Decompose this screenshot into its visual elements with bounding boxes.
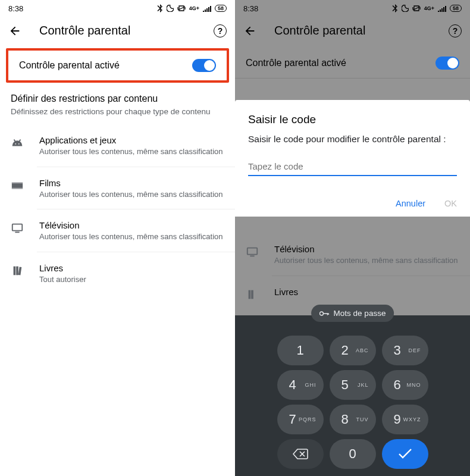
svg-rect-10 (249, 290, 251, 299)
books-icon (11, 264, 25, 278)
list-item-tv[interactable]: Télévision Autoriser tous les contenus, … (0, 209, 235, 252)
svg-rect-6 (14, 267, 16, 275)
page-title: Contrôle parental (39, 24, 214, 37)
svg-rect-5 (12, 224, 23, 231)
key-9[interactable]: 9WXYZ (382, 405, 428, 434)
pin-dialog: Saisir le code Saisir le code pour modif… (235, 100, 470, 217)
item-title: Télévision (274, 244, 458, 254)
key-5[interactable]: 5JKL (330, 370, 376, 400)
status-time: 8:38 (8, 4, 23, 13)
back-icon[interactable] (243, 24, 260, 37)
signal-bars-icon (203, 5, 211, 12)
screen-parental-controls: 8:38 4G+ 58 Contrôle parental ? Cont (0, 0, 235, 476)
android-icon (11, 136, 25, 151)
svg-point-1 (18, 143, 20, 145)
toggle-label: Contrôle parental activé (19, 60, 120, 71)
page-title: Contrôle parental (274, 24, 449, 37)
section-sub: Définissez des restrictions pour chaque … (11, 107, 224, 117)
svg-rect-8 (18, 267, 22, 275)
toggle-label: Contrôle parental activé (246, 58, 346, 68)
key-icon (319, 311, 329, 317)
tv-icon (11, 221, 25, 236)
tv-icon (246, 245, 260, 259)
vibrate-icon (177, 5, 186, 12)
key-2[interactable]: 2ABC (330, 336, 376, 365)
svg-rect-4 (12, 187, 23, 189)
toggle-switch[interactable] (435, 57, 459, 70)
dialog-message: Saisir le code pour modifier le contrôle… (248, 133, 457, 146)
status-bar: 8:38 4G+ 58 (0, 0, 235, 15)
vibrate-icon (412, 5, 421, 12)
item-title: Télévision (39, 220, 223, 230)
titlebar: Contrôle parental ? (235, 15, 470, 48)
key-backspace[interactable] (277, 439, 324, 469)
list-item-books[interactable]: Livres Tout autoriser (0, 252, 235, 295)
item-sub: Autoriser tous les contenus, même sans c… (39, 189, 223, 200)
toggle-switch[interactable] (192, 59, 216, 72)
svg-rect-7 (16, 267, 18, 275)
item-sub: Tout autoriser (39, 274, 86, 285)
item-title: Films (39, 178, 223, 188)
item-title: Applications et jeux (39, 135, 223, 145)
help-icon[interactable]: ? (449, 24, 462, 37)
signal-4g-icon: 4G+ (424, 5, 434, 11)
status-right-icons: 4G+ 58 (157, 4, 227, 12)
toggle-row[interactable]: Contrôle parental activé (8, 51, 227, 80)
item-sub: Autoriser tous les contenus, même sans c… (39, 146, 223, 157)
svg-point-12 (319, 312, 323, 315)
password-chip[interactable]: Mots de passe (311, 305, 394, 322)
dialog-actions: Annuler OK (248, 199, 457, 208)
status-time: 8:38 (243, 4, 258, 13)
svg-point-0 (15, 143, 16, 145)
moon-icon (402, 5, 409, 12)
battery-icon: 58 (215, 5, 227, 12)
screen-enter-pin: 8:38 4G+ 58 Contrôle parental ? Contrôle… (235, 0, 470, 476)
ok-button[interactable]: OK (444, 199, 457, 208)
status-right-icons: 4G+ 58 (392, 4, 462, 12)
titlebar: Contrôle parental ? (0, 15, 235, 48)
key-7[interactable]: 7PQRS (277, 405, 324, 434)
cancel-button[interactable]: Annuler (396, 199, 425, 208)
key-8[interactable]: 8TUV (330, 405, 376, 434)
key-0[interactable]: 0 (330, 439, 376, 469)
dialog-title: Saisir le code (248, 113, 457, 126)
list-item-films[interactable]: Films Autoriser tous les contenus, même … (0, 167, 235, 209)
item-sub: Autoriser tous les contenus, même sans c… (274, 255, 458, 266)
bluetooth-icon (392, 4, 398, 12)
highlight-box: Contrôle parental activé (6, 48, 229, 83)
check-icon (398, 449, 412, 459)
backspace-icon (293, 449, 308, 459)
item-title: Livres (274, 287, 298, 297)
key-6[interactable]: 6MNO (382, 370, 428, 400)
svg-rect-11 (251, 290, 253, 299)
list-item-tv[interactable]: Télévision Autoriser tous les contenus, … (235, 233, 470, 275)
status-bar: 8:38 4G+ 58 (235, 0, 470, 15)
key-3[interactable]: 3DEF (382, 336, 428, 365)
help-icon[interactable]: ? (214, 24, 227, 37)
svg-rect-9 (247, 248, 258, 255)
section-heading: Définir des restrictions par contenu (11, 93, 224, 104)
signal-bars-icon (438, 5, 446, 12)
battery-icon: 58 (450, 5, 462, 12)
toggle-row[interactable]: Contrôle parental activé (235, 48, 470, 78)
numeric-keyboard: Mots de passe 1 2ABC 3DEF 4GHI 5JKL 6MNO… (235, 315, 470, 476)
moon-icon (167, 5, 174, 12)
item-sub: Autoriser tous les contenus, même sans c… (39, 231, 223, 242)
pin-input[interactable] (248, 159, 457, 176)
back-icon[interactable] (8, 24, 25, 37)
bluetooth-icon (157, 4, 163, 12)
list-item-apps[interactable]: Applications et jeux Autoriser tous les … (0, 124, 235, 167)
section-header: Définir des restrictions par contenu Déf… (0, 83, 235, 124)
key-submit[interactable] (382, 439, 428, 469)
item-title: Livres (39, 263, 86, 273)
books-icon (246, 288, 260, 302)
password-chip-label: Mots de passe (334, 309, 386, 318)
film-icon (11, 179, 25, 193)
key-4[interactable]: 4GHI (277, 370, 324, 400)
signal-4g-icon: 4G+ (189, 5, 199, 11)
key-1[interactable]: 1 (277, 336, 324, 365)
svg-rect-3 (12, 182, 23, 183)
